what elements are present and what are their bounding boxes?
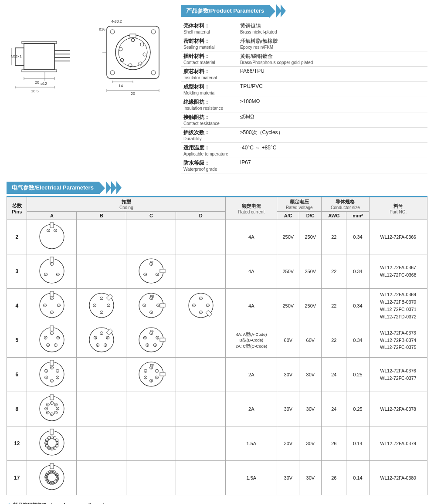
cell-coding-b bbox=[77, 461, 126, 495]
svg-text:4: 4 bbox=[94, 304, 95, 307]
table-row: 2 12 4A 250V 250V 22 0.34 WL12-72FA-0366 bbox=[7, 220, 427, 254]
table-row: 6 123456 PE123456 2A 30V 30V 24 0.25 WL1… bbox=[7, 358, 427, 392]
cell-coding-c: PE1234 bbox=[126, 289, 176, 323]
svg-text:12: 12 bbox=[47, 437, 50, 440]
svg-text:1: 1 bbox=[101, 332, 102, 335]
svg-text:17: 17 bbox=[48, 471, 51, 474]
col-coding-d: D bbox=[176, 212, 226, 220]
cell-current: 2A bbox=[226, 392, 277, 426]
cell-coding-c: PE123 bbox=[126, 254, 176, 289]
cell-coding-b bbox=[77, 358, 126, 392]
param-row: 插针材料： Contact material 黄铜/磷铜镀金 Brass/Pho… bbox=[181, 51, 427, 67]
svg-rect-70 bbox=[160, 269, 165, 273]
svg-text:2: 2 bbox=[45, 274, 47, 276]
svg-text:1: 1 bbox=[51, 436, 52, 439]
svg-text:2: 2 bbox=[57, 370, 58, 373]
svg-text:3: 3 bbox=[156, 377, 157, 379]
side-view-diagram: ø13.5 M12×1 ø12 20 18.5 bbox=[11, 17, 85, 96]
svg-rect-185 bbox=[50, 395, 54, 400]
electrical-title: 电气参数/Electrical Parameters bbox=[7, 182, 99, 194]
table-row: 8 12345678 2A 30V 30V 24 0.25 WL12-72FA-… bbox=[7, 392, 427, 426]
svg-text:5: 5 bbox=[144, 337, 146, 339]
param-row: 插拔次数： Durability ≥500次（Cycles） bbox=[181, 128, 427, 143]
cell-mm2: 0.14 bbox=[346, 426, 369, 461]
cell-coding-b bbox=[77, 220, 126, 254]
svg-point-36 bbox=[119, 47, 122, 51]
svg-point-30 bbox=[131, 38, 135, 42]
cell-current: 1.5A bbox=[226, 461, 277, 495]
cell-pins: 2 bbox=[7, 220, 27, 254]
svg-rect-144 bbox=[160, 338, 165, 342]
svg-point-27 bbox=[151, 71, 156, 75]
cell-coding-c bbox=[126, 392, 176, 426]
svg-text:M12×1: M12×1 bbox=[11, 54, 22, 58]
param-label-1: 密封材料： Sealing material bbox=[181, 36, 237, 51]
svg-point-155 bbox=[40, 362, 64, 386]
param-label-8: 适用温度： Applicable temperature bbox=[181, 143, 237, 158]
svg-text:2: 2 bbox=[55, 404, 57, 406]
svg-marker-51 bbox=[106, 181, 111, 194]
svg-text:1: 1 bbox=[47, 230, 49, 232]
cell-current: 2A bbox=[226, 358, 277, 392]
svg-text:2: 2 bbox=[144, 274, 146, 276]
svg-rect-99 bbox=[160, 304, 165, 307]
param-value-2: 黄铜/磷铜镀金 Brass/Phosphorus copper gold-pla… bbox=[237, 51, 427, 67]
svg-text:6: 6 bbox=[45, 370, 47, 373]
svg-text:2: 2 bbox=[108, 304, 109, 307]
cell-coding-c bbox=[126, 426, 176, 461]
svg-text:2: 2 bbox=[107, 337, 108, 339]
svg-point-29 bbox=[119, 38, 147, 67]
cell-mm2: 0.25 bbox=[346, 392, 369, 426]
cell-partno: WL12-72FA-0376WL12-72FC-0377 bbox=[369, 358, 427, 392]
svg-text:3: 3 bbox=[57, 377, 58, 379]
param-label-2: 插针材料： Contact material bbox=[181, 51, 237, 67]
param-label-9: 防水等级： Waterproof grade bbox=[181, 158, 237, 173]
cell-voltage-dc: 250V bbox=[299, 254, 322, 289]
table-row: 12 123456789101112 1.5A 30V 30V 26 0.14 … bbox=[7, 426, 427, 461]
front-view-diagram: ø26 4-ø3.2 14 20 bbox=[98, 17, 168, 96]
param-label-3: 胶芯材料： Insulator material bbox=[181, 67, 237, 82]
product-params-table: 壳体材料： Shell material 黄铜镀镍 Brass nickel-p… bbox=[181, 21, 427, 173]
param-row: 绝缘阻抗： Insulation resistance ≥100MΩ bbox=[181, 97, 427, 112]
cell-mm2: 0.34 bbox=[346, 220, 369, 254]
cell-coding-a: 123456789101112 bbox=[27, 426, 77, 461]
cell-voltage-dc: 30V bbox=[299, 426, 322, 461]
svg-text:1: 1 bbox=[150, 263, 152, 266]
svg-text:6: 6 bbox=[47, 412, 48, 414]
svg-point-32 bbox=[143, 53, 146, 56]
col-coding-b: B bbox=[77, 212, 126, 220]
svg-rect-0 bbox=[24, 44, 54, 70]
svg-text:3: 3 bbox=[200, 311, 201, 314]
svg-text:3: 3 bbox=[150, 311, 152, 314]
svg-point-28 bbox=[115, 35, 150, 70]
svg-rect-131 bbox=[106, 329, 112, 335]
col-conductor: 导体规格 Conductor size bbox=[322, 197, 369, 212]
cell-mm2: 0.25 bbox=[346, 358, 369, 392]
svg-text:5: 5 bbox=[145, 377, 146, 379]
svg-point-184 bbox=[40, 396, 64, 421]
main-data-table: 芯数 Pins 扣型 Coding 额定电流 Rated current 额定电… bbox=[7, 197, 427, 495]
svg-text:1: 1 bbox=[51, 298, 52, 300]
svg-rect-119 bbox=[50, 326, 54, 331]
svg-text:9: 9 bbox=[46, 445, 47, 448]
svg-text:8: 8 bbox=[47, 404, 48, 406]
svg-rect-171 bbox=[160, 372, 165, 376]
param-label-7: 插拔次数： Durability bbox=[181, 128, 237, 143]
svg-text:5: 5 bbox=[51, 413, 52, 416]
cell-coding-d bbox=[176, 461, 226, 495]
svg-point-24 bbox=[110, 30, 115, 34]
cell-current: 4A bbox=[226, 254, 277, 289]
svg-text:2: 2 bbox=[58, 304, 59, 307]
cell-coding-d bbox=[176, 392, 226, 426]
svg-text:3: 3 bbox=[156, 274, 158, 276]
cell-partno: WL12-72FA-0378 bbox=[369, 392, 427, 426]
col-voltage: 额定电压 Rated voltage bbox=[277, 197, 322, 212]
svg-text:4: 4 bbox=[147, 344, 148, 347]
param-value-0: 黄铜镀镍 Brass nickel-plated bbox=[237, 21, 427, 36]
col-coding-c: C bbox=[126, 212, 176, 220]
svg-text:4: 4 bbox=[150, 380, 152, 382]
svg-marker-53 bbox=[116, 181, 122, 194]
cell-mm2: 0.14 bbox=[346, 461, 369, 495]
cell-awg: 22 bbox=[322, 254, 346, 289]
cell-coding-a: 1234567891011121314151617 bbox=[27, 461, 77, 495]
